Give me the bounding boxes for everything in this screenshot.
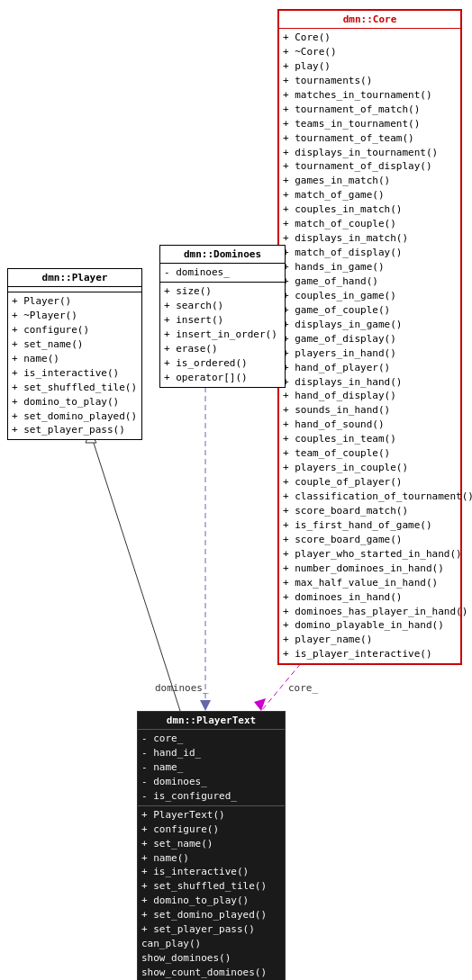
core-attr-41: + domino_playable_in_hand() xyxy=(283,618,457,633)
player-attr-5: + is_interactive() xyxy=(12,366,138,381)
core-attr-11: + match_of_game() xyxy=(283,188,457,202)
playertext-method-7: + set_domino_played() xyxy=(141,908,281,922)
player-title: dmn::Player xyxy=(8,269,141,287)
dominoes-box: dmn::Dominoes - dominoes_ + size() + sea… xyxy=(159,245,286,388)
core-attr-0: + Core() xyxy=(283,31,457,45)
core-attr-17: + game_of_hand() xyxy=(283,274,457,289)
core-label: core_ xyxy=(288,682,318,694)
playertext-title: dmn::PlayerText xyxy=(138,712,285,730)
core-attr-8: + displays_in_tournament() xyxy=(283,146,457,160)
svg-line-4 xyxy=(90,432,180,711)
playertext-method-11: show_count_dominoes() xyxy=(141,966,281,980)
playertext-field-1: - hand_id_ xyxy=(141,746,281,760)
playertext-field-2: - name_ xyxy=(141,760,281,775)
playertext-method-9: can_play() xyxy=(141,937,281,951)
core-attr-24: + displays_in_hand() xyxy=(283,375,457,390)
player-attr-0: + Player() xyxy=(12,294,138,309)
dominoes-attr-4: + erase() xyxy=(164,342,281,356)
core-attr-29: + team_of_couple() xyxy=(283,446,457,461)
player-attr-3: + set_name() xyxy=(12,337,138,352)
playertext-field-0: - core_ xyxy=(141,732,281,746)
player-attr-2: + configure() xyxy=(12,323,138,337)
playertext-method-10: show_dominoes() xyxy=(141,951,281,966)
svg-marker-2 xyxy=(200,700,211,711)
playertext-method-3: + name() xyxy=(141,851,281,866)
core-attr-16: + hands_in_game() xyxy=(283,260,457,274)
core-attr-43: + is_player_interactive() xyxy=(283,647,457,661)
player-attr-9: + set_player_pass() xyxy=(12,423,138,437)
core-attr-25: + hand_of_display() xyxy=(283,389,457,403)
dominoes-attr-1: + search() xyxy=(164,299,281,313)
core-attr-37: + number_dominoes_in_hand() xyxy=(283,562,457,576)
dominoes-attr-3: + insert_in_order() xyxy=(164,328,281,342)
playertext-method-4: + is_interactive() xyxy=(141,865,281,879)
playertext-method-2: + set_name() xyxy=(141,837,281,851)
core-attributes: + Core() + ~Core() + play() + tournament… xyxy=(279,29,460,663)
playertext-field-3: - dominoes_ xyxy=(141,775,281,789)
playertext-field-4: - is_configured_ xyxy=(141,789,281,804)
core-attr-7: + tournament_of_team() xyxy=(283,131,457,146)
core-attr-26: + sounds_in_hand() xyxy=(283,403,457,418)
dominoes-label: dominoes_ xyxy=(155,682,209,694)
core-attr-22: + players_in_hand() xyxy=(283,346,457,361)
dominoes-title: dmn::Dominoes xyxy=(160,246,285,264)
core-attr-28: + couples_in_team() xyxy=(283,432,457,446)
core-attr-36: + player_who_started_in_hand() xyxy=(283,547,457,562)
core-attr-10: + games_in_match() xyxy=(283,174,457,188)
core-attr-1: + ~Core() xyxy=(283,45,457,59)
core-attr-3: + tournaments() xyxy=(283,74,457,88)
core-attr-39: + dominoes_in_hand() xyxy=(283,590,457,605)
core-title: dmn::Core xyxy=(279,11,460,29)
playertext-method-1: + configure() xyxy=(141,823,281,837)
playertext-method-0: + PlayerText() xyxy=(141,808,281,823)
dominoes-attributes: + size() + search() + insert() + insert_… xyxy=(160,283,285,387)
core-attr-30: + players_in_couple() xyxy=(283,461,457,475)
playertext-box: dmn::PlayerText - core_ - hand_id_ - nam… xyxy=(137,711,286,980)
dominoes-attr-6: + operator[]() xyxy=(164,371,281,385)
playertext-methods: + PlayerText() + configure() + set_name(… xyxy=(138,806,285,980)
player-attr-4: + name() xyxy=(12,352,138,366)
core-attr-42: + player_name() xyxy=(283,633,457,647)
playertext-fields: - core_ - hand_id_ - name_ - dominoes_ -… xyxy=(138,730,285,806)
core-attr-2: + play() xyxy=(283,59,457,74)
core-attr-27: + hand_of_sound() xyxy=(283,418,457,432)
player-box: dmn::Player + Player() + ~Player() + con… xyxy=(7,268,142,440)
core-attr-15: + match_of_display() xyxy=(283,246,457,260)
player-attr-7: + domino_to_play() xyxy=(12,395,138,409)
dominoes-field-section: - dominoes_ xyxy=(160,264,285,283)
core-attr-18: + couples_in_game() xyxy=(283,289,457,303)
core-attr-32: + classification_of_tournament() xyxy=(283,490,457,504)
core-attr-31: + couple_of_player() xyxy=(283,475,457,490)
dominoes-attr-5: + is_ordered() xyxy=(164,356,281,371)
core-attr-23: + hand_of_player() xyxy=(283,361,457,375)
playertext-method-6: + domino_to_play() xyxy=(141,894,281,908)
core-attr-35: + score_board_game() xyxy=(283,533,457,547)
core-attr-14: + displays_in_match() xyxy=(283,231,457,246)
core-box: dmn::Core + Core() + ~Core() + play() + … xyxy=(277,9,462,665)
playertext-method-8: + set_player_pass() xyxy=(141,922,281,937)
player-attributes: + Player() + ~Player() + configure() + s… xyxy=(8,292,141,439)
diagram-container: dmn::Core + Core() + ~Core() + play() + … xyxy=(0,0,472,980)
core-attr-21: + game_of_display() xyxy=(283,332,457,346)
core-attr-20: + displays_in_game() xyxy=(283,318,457,332)
core-attr-6: + teams_in_tournament() xyxy=(283,117,457,131)
playertext-method-5: + set_shuffled_tile() xyxy=(141,879,281,894)
dominoes-attr-2: + insert() xyxy=(164,313,281,328)
player-attr-8: + set_domino_played() xyxy=(12,409,138,424)
svg-marker-3 xyxy=(254,698,266,711)
core-attr-12: + couples_in_match() xyxy=(283,202,457,217)
core-attr-33: + score_board_match() xyxy=(283,504,457,518)
core-attr-9: + tournament_of_display() xyxy=(283,159,457,174)
core-attr-13: + match_of_couple() xyxy=(283,217,457,231)
dominoes-attr-0: + size() xyxy=(164,284,281,299)
core-attr-5: + tournament_of_match() xyxy=(283,103,457,117)
core-attr-34: + is_first_hand_of_game() xyxy=(283,518,457,533)
core-attr-40: + dominoes_has_player_in_hand() xyxy=(283,605,457,619)
player-attr-6: + set_shuffled_tile() xyxy=(12,381,138,395)
core-attr-38: + max_half_value_in_hand() xyxy=(283,576,457,590)
core-attr-19: + game_of_couple() xyxy=(283,303,457,318)
dominoes-field: - dominoes_ xyxy=(164,265,281,280)
player-attr-1: + ~Player() xyxy=(12,309,138,323)
core-attr-4: + matches_in_tournament() xyxy=(283,88,457,103)
